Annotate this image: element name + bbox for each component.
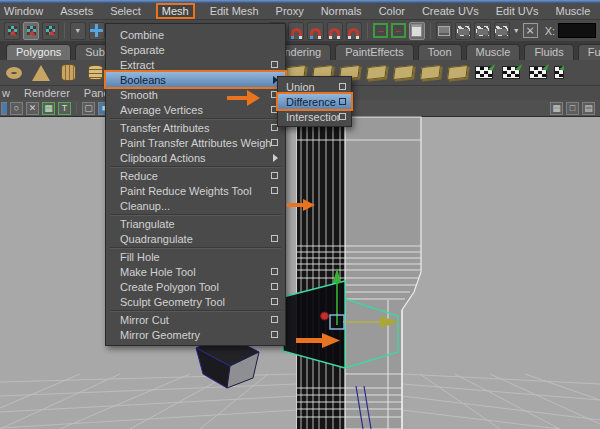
poly-tool-shelf-button-6[interactable] <box>419 62 441 84</box>
text-tool-icon[interactable]: T <box>58 102 71 115</box>
menu-item-paint-reduce-weights-tool[interactable]: Paint Reduce Weights Tool <box>106 183 285 198</box>
option-box-icon[interactable] <box>339 113 346 120</box>
submenu-item-intersection[interactable]: Intersection <box>278 109 351 124</box>
menu-normals[interactable]: Normals <box>319 4 364 18</box>
checker-flag-shelf-button-3[interactable] <box>527 62 549 84</box>
option-box-icon[interactable] <box>339 98 346 105</box>
tab-fluids[interactable]: Fluids <box>524 44 573 60</box>
menu-mesh[interactable]: Mesh <box>156 3 195 19</box>
menu-item-mirror-geometry[interactable]: Mirror Geometry <box>106 327 285 342</box>
snap-point-magnet-button[interactable] <box>307 22 323 40</box>
render-settings-button[interactable] <box>494 22 510 40</box>
poly-tool-shelf-button-5[interactable] <box>392 62 414 84</box>
option-box-icon[interactable] <box>271 283 278 290</box>
menu-item-label: Separate <box>120 44 278 56</box>
menu-edit-mesh[interactable]: Edit Mesh <box>208 4 261 18</box>
ipr-render-button[interactable] <box>474 22 490 40</box>
checker-flag-shelf-button-4[interactable] <box>554 62 564 84</box>
move-plus-button[interactable] <box>89 22 105 40</box>
circle-icon[interactable]: ○ <box>10 102 23 115</box>
option-box-icon[interactable] <box>271 61 278 68</box>
input-connection-button[interactable]: → <box>373 23 388 38</box>
menu-item-triangulate[interactable]: Triangulate <box>106 216 285 231</box>
frame-icon[interactable]: □ <box>566 102 579 115</box>
option-box-icon[interactable] <box>271 187 278 194</box>
render-view-button[interactable] <box>436 22 452 40</box>
clapperboard-icon <box>457 26 470 36</box>
menu-muscle[interactable]: Muscle <box>554 4 593 18</box>
tab-muscle[interactable]: Muscle <box>466 44 521 60</box>
construction-history-button[interactable] <box>409 22 425 40</box>
option-box-icon[interactable] <box>339 83 346 90</box>
tab-fur[interactable]: Fur <box>578 44 600 60</box>
tab-toon[interactable]: Toon <box>418 44 462 60</box>
grid-icon[interactable]: ▦ <box>550 102 563 115</box>
film-icon[interactable]: ▤ <box>582 102 595 115</box>
select-object-mask-button[interactable] <box>23 22 39 40</box>
snap-plane-magnet-button[interactable] <box>327 22 343 40</box>
poly-torus-shelf-button[interactable] <box>3 62 25 84</box>
checker-flag-shelf-button-1[interactable] <box>473 62 495 84</box>
option-box-icon[interactable] <box>271 235 278 242</box>
chevron-down-icon[interactable]: ▼ <box>513 27 520 34</box>
menu-item-combine[interactable]: Combine <box>106 27 285 42</box>
menu-item-smooth[interactable]: Smooth <box>106 87 285 102</box>
option-box-icon[interactable] <box>271 268 278 275</box>
menu-item-label: Quadrangulate <box>120 233 271 245</box>
wire-cube-icon[interactable]: ▢ <box>82 102 95 115</box>
menu-item-mirror-cut[interactable]: Mirror Cut <box>106 312 285 327</box>
menu-assets[interactable]: Assets <box>58 4 95 18</box>
menu-item-create-polygon-tool[interactable]: Create Polygon Tool <box>106 279 285 294</box>
option-box-icon[interactable] <box>271 139 278 146</box>
center-pivot-crosshair-icon[interactable]: ⨯ <box>523 23 538 38</box>
menu-select[interactable]: Select <box>108 4 143 18</box>
mask-dropdown-button[interactable]: ▼ <box>70 22 86 40</box>
menu-item-extract[interactable]: Extract <box>106 57 285 72</box>
x-box-icon[interactable]: ✕ <box>26 102 39 115</box>
menu-item-booleans[interactable]: Booleans <box>106 72 285 87</box>
menu-item-paint-transfer-attributes-weights-tool[interactable]: Paint Transfer Attributes Weights Tool <box>106 135 285 150</box>
menu-window[interactable]: Window <box>2 4 45 18</box>
x-coordinate-input[interactable] <box>558 23 596 38</box>
menu-item-average-vertices[interactable]: Average Vertices <box>106 102 285 117</box>
select-component-mask-button[interactable] <box>42 22 58 40</box>
submenu-item-difference[interactable]: Difference <box>278 94 351 109</box>
menu-item-make-hole-tool[interactable]: Make Hole Tool <box>106 264 285 279</box>
render-current-frame-button[interactable] <box>455 22 471 40</box>
menu-item-quadrangulate[interactable]: Quadrangulate <box>106 231 285 246</box>
tab-polygons[interactable]: Polygons <box>6 44 71 60</box>
snap-curve-magnet-button[interactable] <box>288 22 304 40</box>
menu-item-reduce[interactable]: Reduce <box>106 168 285 183</box>
menu-create-uvs[interactable]: Create UVs <box>420 4 481 18</box>
viewport-panel[interactable] <box>0 117 600 429</box>
menu-color[interactable]: Color <box>377 4 407 18</box>
menu-item-clipboard-actions[interactable]: Clipboard Actions <box>106 150 285 165</box>
option-box-icon[interactable] <box>271 298 278 305</box>
option-box-icon[interactable] <box>271 172 278 179</box>
output-connection-button[interactable]: ← <box>391 23 406 38</box>
menu-edit-uvs[interactable]: Edit UVs <box>494 4 541 18</box>
snap-mesh-magnet-button[interactable] <box>346 22 362 40</box>
poly-helix-shelf-button[interactable] <box>84 62 106 84</box>
option-box-icon[interactable] <box>271 316 278 323</box>
poly-cylinder-shelf-button[interactable] <box>57 62 79 84</box>
panel-menu-renderer[interactable]: Renderer <box>24 87 70 99</box>
green-grid-icon[interactable]: ▦ <box>42 102 55 115</box>
poly-tool-shelf-button-7[interactable] <box>446 62 468 84</box>
poly-cone-shelf-button[interactable] <box>30 62 52 84</box>
poly-tool-shelf-button-4[interactable] <box>365 62 387 84</box>
option-box-icon[interactable] <box>271 331 278 338</box>
cut-blue-icon[interactable] <box>1 102 7 115</box>
menu-item-cleanup[interactable]: Cleanup... <box>106 198 285 213</box>
menu-item-sculpt-geometry-tool[interactable]: Sculpt Geometry Tool <box>106 294 285 309</box>
menu-proxy[interactable]: Proxy <box>274 4 306 18</box>
submenu-item-union[interactable]: Union <box>278 79 351 94</box>
menu-item-transfer-attributes[interactable]: Transfer Attributes <box>106 120 285 135</box>
panel-menu-cropped[interactable]: w <box>2 87 10 99</box>
checker-flag-shelf-button-2[interactable] <box>500 62 522 84</box>
menu-item-separate[interactable]: Separate <box>106 42 285 57</box>
menu-item-fill-hole[interactable]: Fill Hole <box>106 249 285 264</box>
select-hierarchy-mask-button[interactable] <box>4 22 20 40</box>
tab-painteffects[interactable]: PaintEffects <box>335 44 414 60</box>
menu-item-label: Paint Reduce Weights Tool <box>120 185 271 197</box>
